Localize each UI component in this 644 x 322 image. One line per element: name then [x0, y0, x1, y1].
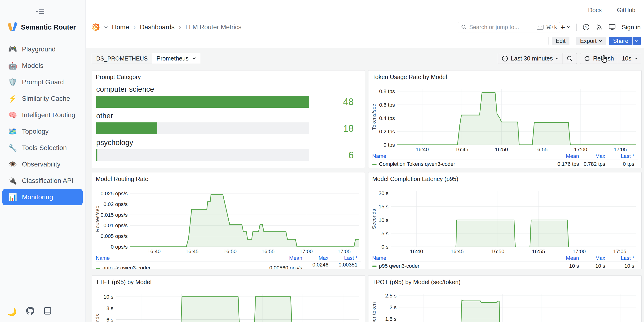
breadcrumb-separator: ›	[179, 23, 181, 31]
github-icon[interactable]	[26, 307, 34, 317]
sidebar-item-observability[interactable]: 👁️Observability	[2, 156, 83, 172]
org-switcher-caret-icon[interactable]	[104, 25, 108, 29]
models-icon: 🤖	[8, 62, 17, 70]
datasource-variable-label: DS_PROMETHEUS	[92, 53, 152, 64]
legend-header-max[interactable]: Max	[302, 255, 328, 261]
breadcrumb-dashboards[interactable]: Dashboards	[140, 24, 174, 31]
bar-gauge-value: 48	[309, 96, 360, 107]
panel-title[interactable]: TTFT (p95) by Model	[92, 276, 155, 286]
topology-icon: 🗺️	[8, 127, 17, 136]
svg-text:17:05: 17:05	[338, 248, 350, 254]
help-icon[interactable]: ?	[583, 24, 590, 30]
sign-in-button[interactable]: Sign in	[622, 24, 641, 31]
legend-item[interactable]: computer science	[96, 168, 144, 168]
grafana-header: Home › Dashboards › LLM Router Metrics S…	[86, 20, 644, 34]
sidebar-item-label: Tools Selection	[22, 144, 67, 152]
header-divider	[576, 24, 576, 31]
sidebar-item-label: Observability	[22, 160, 60, 168]
svg-text:0.025 ops/s: 0.025 ops/s	[100, 190, 128, 196]
datasource-select[interactable]: Prometheus	[152, 53, 200, 64]
legend-header-max[interactable]: Max	[579, 255, 605, 261]
svg-text:16:50: 16:50	[495, 146, 508, 152]
legend-header-last[interactable]: Last *	[605, 153, 634, 159]
sidebar-item-monitoring[interactable]: 📊Monitoring	[2, 189, 83, 205]
legend-series-name[interactable]: p95 qwen3-coder	[372, 263, 538, 269]
edit-button[interactable]: Edit	[552, 37, 569, 45]
bar-gauge-row: psychology6	[96, 138, 361, 161]
legend-item[interactable]: other	[150, 168, 168, 168]
news-rss-icon[interactable]	[596, 24, 602, 30]
panel-title[interactable]: Token Usage Rate by Model	[368, 70, 451, 81]
legend-row: auto -> qwen3-coder0.00560 ops/s0.0246 o…	[96, 262, 361, 269]
panel-legend: computer scienceotherpsychology	[96, 168, 361, 168]
panel-title[interactable]: TPOT (p95) by Model (sec/token)	[368, 276, 464, 286]
panel-title[interactable]: Model Completion Latency (p95)	[368, 172, 462, 183]
legend-value: 10 s	[605, 263, 634, 269]
app-topbar: DocsGitHub	[86, 0, 644, 20]
legend-header-max[interactable]: Max	[579, 153, 605, 159]
docs-book-icon[interactable]	[44, 307, 52, 317]
time-range-picker[interactable]: Last 30 minutes	[498, 53, 563, 64]
monitoring-icon: 📊	[8, 193, 17, 201]
sidebar-item-topology[interactable]: 🗺️Topology	[2, 123, 83, 140]
panel-title[interactable]: Model Routing Rate	[92, 172, 152, 183]
topbar-link-docs[interactable]: Docs	[588, 7, 602, 14]
legend-header-name[interactable]: Name	[372, 255, 538, 261]
share-menu-caret[interactable]	[632, 37, 641, 45]
svg-text:6 s: 6 s	[106, 317, 113, 322]
legend-header-last[interactable]: Last *	[605, 255, 634, 261]
search-input[interactable]: Search or jump to... ⌘+k	[458, 22, 560, 32]
legend-header-name[interactable]: Name	[96, 255, 262, 261]
legend-header-name[interactable]: Name	[372, 153, 538, 159]
add-new-button[interactable]: +	[560, 23, 570, 32]
sidebar-item-intelligent-routing[interactable]: 🧠Intelligent Routing	[2, 107, 83, 123]
panel-legend: NameMeanMaxLast *Completion Tokens qwen3…	[372, 153, 638, 168]
bar-gauge-fill	[96, 96, 309, 108]
panel-model-routing-rate: Model Routing Rate16:4016:4516:5016:5517…	[92, 172, 365, 269]
legend-value: 0.782 tps	[579, 161, 605, 167]
share-button[interactable]: Share	[609, 37, 632, 45]
sidebar-item-models[interactable]: 🤖Models	[2, 58, 83, 74]
legend-value: 10 s	[579, 263, 605, 269]
svg-text:0 tps: 0 tps	[384, 142, 395, 148]
series-color-dash	[372, 164, 376, 165]
intelligent-routing-icon: 🧠	[8, 111, 17, 119]
svg-text:0 s: 0 s	[382, 244, 388, 250]
bar-gauge-row: computer science48	[96, 85, 361, 108]
svg-text:0.005 ops/s: 0.005 ops/s	[100, 233, 128, 239]
chevron-down-icon	[556, 58, 559, 60]
monitor-icon[interactable]	[608, 24, 616, 30]
sidebar-item-label: Topology	[22, 128, 48, 135]
bar-gauge-value: 6	[309, 150, 360, 160]
sidebar-item-similarity-cache[interactable]: ⚡Similarity Cache	[2, 90, 83, 107]
y-axis-label: Seconds	[371, 191, 377, 247]
grafana-logo-icon[interactable]	[92, 23, 100, 32]
sidebar-item-tools-selection[interactable]: 🔧Tools Selection	[2, 140, 83, 156]
series-color-dash	[96, 268, 100, 269]
export-button[interactable]: Export	[576, 37, 606, 45]
panel-title[interactable]: Prompt Category	[92, 70, 144, 81]
sidebar-item-playground[interactable]: 🎮Playground	[2, 41, 83, 58]
similarity-cache-icon: ⚡	[8, 94, 17, 103]
legend-series-name[interactable]: auto -> qwen3-coder	[96, 265, 262, 269]
legend-header-mean[interactable]: Mean	[538, 255, 579, 261]
sidebar-item-classification-api[interactable]: 🔌Classification API	[2, 172, 83, 189]
theme-toggle-moon-icon[interactable]: 🌙	[7, 307, 17, 316]
legend-series-name[interactable]: Completion Tokens qwen3-coder	[372, 161, 538, 167]
zoom-out-button[interactable]	[562, 53, 576, 64]
legend-item[interactable]: psychology	[174, 168, 208, 168]
breadcrumb-home[interactable]: Home	[112, 24, 129, 31]
dashboard-canvas: DS_PROMETHEUS Prometheus Last 30 minutes	[86, 48, 644, 322]
collapse-sidebar-icon[interactable]	[36, 8, 45, 16]
topbar-link-github[interactable]: GitHub	[617, 7, 636, 14]
legend-row: p95 qwen3-coder10 s10 s10 s	[372, 262, 638, 269]
bar-gauge-value: 18	[309, 123, 360, 134]
legend-header-mean[interactable]: Mean	[538, 153, 579, 159]
refresh-interval-select[interactable]: 10s	[618, 53, 641, 64]
legend-header-mean[interactable]: Mean	[262, 255, 302, 261]
legend-value: 0.00351 ops/s	[328, 262, 358, 269]
brand[interactable]: Semantic Router	[7, 22, 76, 33]
refresh-button[interactable]: Refresh	[580, 53, 618, 64]
sidebar-item-prompt-guard[interactable]: 🛡️Prompt Guard	[2, 74, 83, 90]
legend-header-last[interactable]: Last *	[328, 255, 358, 261]
